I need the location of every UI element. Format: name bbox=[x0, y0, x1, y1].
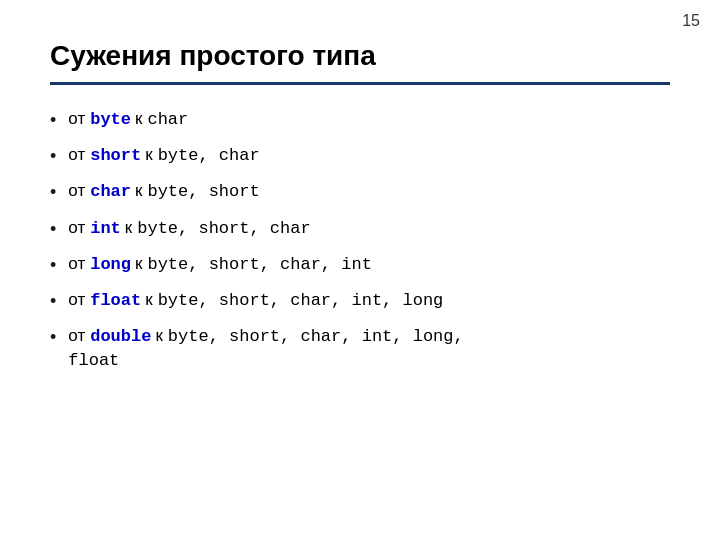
item-content: от int к byte, short, char bbox=[68, 216, 310, 241]
type-keyword: int bbox=[90, 217, 121, 241]
text-ot: от bbox=[68, 252, 85, 276]
text-k: к bbox=[145, 288, 152, 312]
list-item: • от long к byte, short, char, int bbox=[50, 252, 670, 278]
list-item: • от char к byte, short bbox=[50, 179, 670, 205]
text-ot: от bbox=[68, 324, 85, 348]
type-keyword: char bbox=[90, 180, 131, 204]
narrowing-types: byte, short, char, int, long bbox=[158, 289, 444, 313]
narrowing-types: byte, char bbox=[158, 144, 260, 168]
type-keyword: byte bbox=[90, 108, 131, 132]
narrowing-types: byte, short, char, int, long, bbox=[168, 325, 464, 349]
text-ot: от bbox=[68, 179, 85, 203]
bullet: • bbox=[50, 217, 56, 242]
text-k: к bbox=[135, 107, 142, 131]
list-item: • от float к byte, short, char, int, lon… bbox=[50, 288, 670, 314]
type-keyword: double bbox=[90, 325, 151, 349]
bullet: • bbox=[50, 289, 56, 314]
text-k: к bbox=[155, 324, 162, 348]
text-ot: от bbox=[68, 288, 85, 312]
item-content: от float к byte, short, char, int, long bbox=[68, 288, 443, 313]
text-ot: от bbox=[68, 107, 85, 131]
item-content: от long к byte, short, char, int bbox=[68, 252, 372, 277]
narrowing-types: byte, short bbox=[147, 180, 259, 204]
type-keyword: long bbox=[90, 253, 131, 277]
list-item: • от double к byte, short, char, int, lo… bbox=[50, 324, 670, 373]
text-k: к bbox=[125, 216, 132, 240]
bullet: • bbox=[50, 253, 56, 278]
item-content: от char к byte, short bbox=[68, 179, 259, 204]
text-ot: от bbox=[68, 216, 85, 240]
list-item: • от short к byte, char bbox=[50, 143, 670, 169]
type-keyword: float bbox=[90, 289, 141, 313]
item-content: от double к byte, short, char, int, long… bbox=[68, 324, 463, 373]
bullet: • bbox=[50, 180, 56, 205]
bullet: • bbox=[50, 144, 56, 169]
narrowing-types: byte, short, char, int bbox=[147, 253, 371, 277]
type-keyword: short bbox=[90, 144, 141, 168]
slide: 15 Сужения простого типа • от byte к cha… bbox=[0, 0, 720, 540]
text-k: к bbox=[135, 179, 142, 203]
item-content: от byte к char bbox=[68, 107, 188, 132]
narrowing-types: byte, short, char bbox=[137, 217, 310, 241]
narrowing-types: char bbox=[147, 108, 188, 132]
narrowing-types-cont: float bbox=[68, 349, 119, 373]
bullet: • bbox=[50, 325, 56, 350]
slide-number: 15 bbox=[682, 12, 700, 30]
content-list: • от byte к char • от short к byte, char bbox=[50, 107, 670, 373]
text-k: к bbox=[135, 252, 142, 276]
text-ot: от bbox=[68, 143, 85, 167]
title-divider bbox=[50, 82, 670, 85]
item-content: от short к byte, char bbox=[68, 143, 259, 168]
slide-title: Сужения простого типа bbox=[50, 40, 670, 72]
bullet: • bbox=[50, 108, 56, 133]
text-k: к bbox=[145, 143, 152, 167]
list-item: • от byte к char bbox=[50, 107, 670, 133]
list-item: • от int к byte, short, char bbox=[50, 216, 670, 242]
